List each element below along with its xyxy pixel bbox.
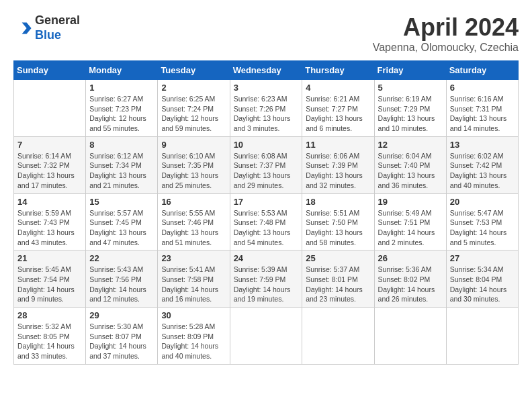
calendar-cell: 3Sunrise: 6:23 AMSunset: 7:26 PMDaylight…: [230, 80, 302, 137]
logo-text: General Blue: [35, 13, 80, 42]
day-number: 25: [306, 253, 370, 263]
calendar-cell: 21Sunrise: 5:45 AMSunset: 7:54 PMDayligh…: [14, 250, 86, 308]
day-number: 26: [378, 253, 443, 263]
calendar-cell: 24Sunrise: 5:39 AMSunset: 7:59 PMDayligh…: [230, 250, 302, 308]
day-number: 7: [17, 140, 82, 150]
calendar-cell: 2Sunrise: 6:25 AMSunset: 7:24 PMDaylight…: [158, 80, 230, 137]
calendar-subtitle: Vapenna, Olomoucky, Czechia: [373, 42, 519, 54]
weekday-header-sunday: Sunday: [14, 61, 86, 80]
logo: General Blue: [13, 13, 80, 42]
calendar-cell: 12Sunrise: 6:04 AMSunset: 7:40 PMDayligh…: [374, 136, 446, 193]
day-info: Sunrise: 5:37 AMSunset: 8:01 PMDaylight:…: [306, 265, 370, 304]
day-info: Sunrise: 6:23 AMSunset: 7:26 PMDaylight:…: [234, 94, 299, 134]
day-info: Sunrise: 5:39 AMSunset: 7:59 PMDaylight:…: [234, 265, 299, 304]
day-info: Sunrise: 6:14 AMSunset: 7:32 PMDaylight:…: [17, 151, 82, 191]
weekday-header-saturday: Saturday: [446, 61, 518, 80]
calendar-cell: 27Sunrise: 5:34 AMSunset: 8:04 PMDayligh…: [446, 250, 518, 308]
calendar-cell: 16Sunrise: 5:55 AMSunset: 7:46 PMDayligh…: [158, 193, 230, 250]
day-info: Sunrise: 5:32 AMSunset: 8:05 PMDaylight:…: [17, 322, 82, 361]
calendar-cell: 25Sunrise: 5:37 AMSunset: 8:01 PMDayligh…: [302, 250, 374, 308]
day-number: 28: [17, 310, 82, 320]
logo-blue: Blue: [35, 28, 61, 42]
weekday-header-tuesday: Tuesday: [158, 61, 230, 80]
day-info: Sunrise: 5:28 AMSunset: 8:09 PMDaylight:…: [161, 322, 226, 361]
calendar-cell: 26Sunrise: 5:36 AMSunset: 8:02 PMDayligh…: [374, 250, 446, 308]
title-area: April 2024 Vapenna, Olomoucky, Czechia: [373, 13, 519, 54]
day-info: Sunrise: 5:45 AMSunset: 7:54 PMDaylight:…: [17, 265, 82, 304]
calendar-cell: [14, 80, 86, 137]
day-info: Sunrise: 5:49 AMSunset: 7:51 PMDaylight:…: [378, 208, 443, 248]
day-number: 11: [306, 140, 370, 150]
day-info: Sunrise: 5:30 AMSunset: 8:07 PMDaylight:…: [89, 322, 154, 361]
svg-marker-0: [22, 22, 32, 34]
day-number: 18: [306, 197, 370, 207]
calendar-table: SundayMondayTuesdayWednesdayThursdayFrid…: [13, 60, 519, 365]
day-number: 5: [378, 83, 443, 93]
day-info: Sunrise: 5:51 AMSunset: 7:50 PMDaylight:…: [306, 208, 370, 248]
day-number: 10: [234, 140, 299, 150]
calendar-body: 1Sunrise: 6:27 AMSunset: 7:23 PMDaylight…: [14, 80, 519, 365]
calendar-cell: 22Sunrise: 5:43 AMSunset: 7:56 PMDayligh…: [86, 250, 158, 308]
day-info: Sunrise: 5:41 AMSunset: 7:58 PMDaylight:…: [161, 265, 226, 304]
calendar-header: SundayMondayTuesdayWednesdayThursdayFrid…: [14, 61, 519, 80]
weekday-header-friday: Friday: [374, 61, 446, 80]
day-info: Sunrise: 6:12 AMSunset: 7:34 PMDaylight:…: [89, 151, 154, 191]
calendar-cell: 23Sunrise: 5:41 AMSunset: 7:58 PMDayligh…: [158, 250, 230, 308]
day-info: Sunrise: 5:43 AMSunset: 7:56 PMDaylight:…: [89, 265, 154, 304]
header: General Blue April 2024 Vapenna, Olomouc…: [13, 13, 519, 54]
day-number: 19: [378, 197, 443, 207]
calendar-cell: 29Sunrise: 5:30 AMSunset: 8:07 PMDayligh…: [86, 308, 158, 365]
day-info: Sunrise: 5:55 AMSunset: 7:46 PMDaylight:…: [161, 208, 226, 248]
calendar-cell: 9Sunrise: 6:10 AMSunset: 7:35 PMDaylight…: [158, 136, 230, 193]
day-info: Sunrise: 5:34 AMSunset: 8:04 PMDaylight:…: [450, 265, 515, 304]
calendar-cell: [374, 308, 446, 365]
day-number: 2: [161, 83, 226, 93]
calendar-cell: 15Sunrise: 5:57 AMSunset: 7:45 PMDayligh…: [86, 193, 158, 250]
calendar-cell: 5Sunrise: 6:19 AMSunset: 7:29 PMDaylight…: [374, 80, 446, 137]
calendar-cell: 1Sunrise: 6:27 AMSunset: 7:23 PMDaylight…: [86, 80, 158, 137]
calendar-cell: 7Sunrise: 6:14 AMSunset: 7:32 PMDaylight…: [14, 136, 86, 193]
calendar-title: April 2024: [373, 13, 519, 42]
day-number: 6: [450, 83, 515, 93]
day-number: 14: [17, 197, 82, 207]
day-number: 9: [161, 140, 226, 150]
day-info: Sunrise: 6:08 AMSunset: 7:37 PMDaylight:…: [234, 151, 299, 191]
calendar-cell: 11Sunrise: 6:06 AMSunset: 7:39 PMDayligh…: [302, 136, 374, 193]
calendar-cell: 4Sunrise: 6:21 AMSunset: 7:27 PMDaylight…: [302, 80, 374, 137]
calendar-cell: 17Sunrise: 5:53 AMSunset: 7:48 PMDayligh…: [230, 193, 302, 250]
day-number: 30: [161, 310, 226, 320]
day-number: 12: [378, 140, 443, 150]
day-info: Sunrise: 6:27 AMSunset: 7:23 PMDaylight:…: [89, 94, 154, 134]
day-number: 21: [17, 253, 82, 263]
day-info: Sunrise: 6:04 AMSunset: 7:40 PMDaylight:…: [378, 151, 443, 191]
calendar-cell: [302, 308, 374, 365]
weekday-header-wednesday: Wednesday: [230, 61, 302, 80]
calendar-cell: 19Sunrise: 5:49 AMSunset: 7:51 PMDayligh…: [374, 193, 446, 250]
calendar-cell: [446, 308, 518, 365]
calendar-cell: 10Sunrise: 6:08 AMSunset: 7:37 PMDayligh…: [230, 136, 302, 193]
calendar-cell: 20Sunrise: 5:47 AMSunset: 7:53 PMDayligh…: [446, 193, 518, 250]
week-row-4: 21Sunrise: 5:45 AMSunset: 7:54 PMDayligh…: [14, 250, 519, 308]
day-number: 3: [234, 83, 299, 93]
day-number: 29: [89, 310, 154, 320]
weekday-header-thursday: Thursday: [302, 61, 374, 80]
day-info: Sunrise: 6:02 AMSunset: 7:42 PMDaylight:…: [450, 151, 515, 191]
day-number: 23: [161, 253, 226, 263]
day-info: Sunrise: 6:19 AMSunset: 7:29 PMDaylight:…: [378, 94, 443, 134]
logo-icon: [13, 19, 32, 38]
day-number: 8: [89, 140, 154, 150]
calendar-cell: 8Sunrise: 6:12 AMSunset: 7:34 PMDaylight…: [86, 136, 158, 193]
weekday-header-monday: Monday: [86, 61, 158, 80]
logo-general: General: [35, 13, 80, 27]
day-info: Sunrise: 6:16 AMSunset: 7:31 PMDaylight:…: [450, 94, 515, 134]
day-number: 20: [450, 197, 515, 207]
day-info: Sunrise: 6:10 AMSunset: 7:35 PMDaylight:…: [161, 151, 226, 191]
day-number: 1: [89, 83, 154, 93]
day-number: 4: [306, 83, 370, 93]
calendar-cell: 13Sunrise: 6:02 AMSunset: 7:42 PMDayligh…: [446, 136, 518, 193]
calendar-cell: 6Sunrise: 6:16 AMSunset: 7:31 PMDaylight…: [446, 80, 518, 137]
day-number: 27: [450, 253, 515, 263]
calendar-cell: 28Sunrise: 5:32 AMSunset: 8:05 PMDayligh…: [14, 308, 86, 365]
week-row-3: 14Sunrise: 5:59 AMSunset: 7:43 PMDayligh…: [14, 193, 519, 250]
day-number: 15: [89, 197, 154, 207]
